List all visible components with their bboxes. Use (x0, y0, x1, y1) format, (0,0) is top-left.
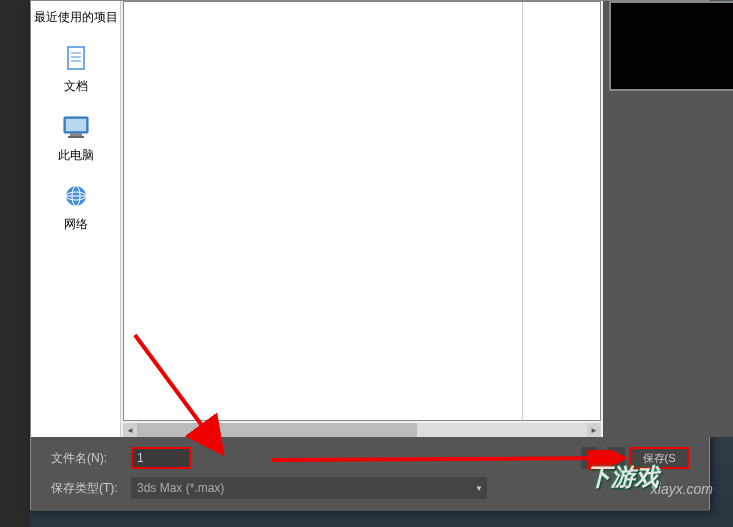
svg-rect-5 (66, 119, 86, 131)
scroll-thumb[interactable] (137, 423, 417, 437)
sidebar-label: 最近使用的项目 (34, 9, 118, 26)
places-sidebar: 最近使用的项目 文档 此电脑 网络 (31, 1, 121, 437)
dialog-bottom-bar: 文件名(N): ▼ + 保存(S 保存类型(T): 3ds Max (*.max… (31, 437, 709, 511)
filename-dropdown-button[interactable]: ▼ (581, 447, 597, 469)
save-file-dialog: 最近使用的项目 文档 此电脑 网络 ◄ ► (30, 0, 710, 510)
scroll-left-arrow[interactable]: ◄ (123, 423, 137, 437)
plus-button[interactable]: + (607, 447, 625, 469)
svg-rect-0 (68, 47, 84, 69)
sidebar-item-this-pc[interactable]: 此电脑 (31, 103, 120, 172)
filename-label: 文件名(N): (51, 450, 131, 467)
file-area-divider (522, 2, 523, 422)
right-panel (603, 1, 733, 437)
filetype-select[interactable]: 3ds Max (*.max) (131, 477, 471, 499)
scroll-right-arrow[interactable]: ► (587, 423, 601, 437)
svg-rect-7 (68, 136, 84, 138)
svg-rect-6 (70, 133, 82, 136)
network-icon (60, 180, 92, 212)
filetype-label: 保存类型(T): (51, 480, 131, 497)
document-icon (60, 42, 92, 74)
thumbnail-preview (609, 1, 733, 91)
horizontal-scrollbar[interactable]: ◄ ► (123, 423, 601, 437)
computer-icon (60, 111, 92, 143)
filename-input[interactable] (131, 447, 191, 469)
sidebar-item-network[interactable]: 网络 (31, 172, 120, 241)
sidebar-label: 此电脑 (58, 147, 94, 164)
file-list-area[interactable] (123, 1, 601, 421)
scroll-track[interactable] (137, 423, 587, 437)
save-button[interactable]: 保存(S (629, 447, 689, 469)
filetype-dropdown-button[interactable]: ▼ (471, 477, 487, 499)
sidebar-label: 网络 (64, 216, 88, 233)
app-left-toolbar (0, 0, 30, 527)
sidebar-item-documents[interactable]: 文档 (31, 34, 120, 103)
sidebar-label: 文档 (64, 78, 88, 95)
sidebar-item-recent[interactable]: 最近使用的项目 (31, 1, 120, 34)
